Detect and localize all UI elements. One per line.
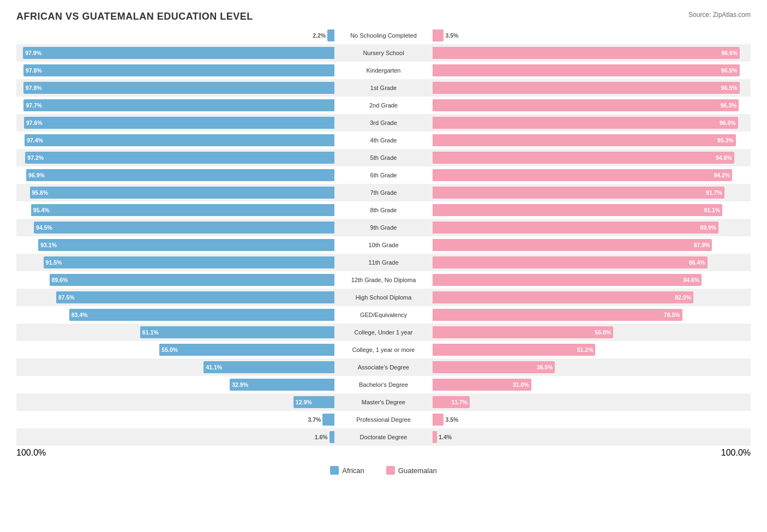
blue-bar-container: 94.5% — [16, 222, 334, 234]
right-half: 94.2% — [433, 166, 751, 184]
center-label: 5th Grade — [334, 154, 433, 161]
blue-bar-container: 97.9% — [16, 47, 334, 59]
pink-bar-container: 94.2% — [433, 169, 751, 181]
guatemalan-value-outside: 3.5% — [445, 32, 458, 39]
legend: African Guatemalan — [16, 466, 751, 475]
chart-row: 97.8% Kindergarten 96.5% — [16, 62, 751, 79]
guatemalan-value-outside: 1.4% — [439, 434, 452, 440]
blue-bar: 61.1% — [140, 326, 334, 338]
right-half: 96.3% — [433, 97, 751, 114]
blue-bar-container: 91.5% — [16, 256, 334, 268]
blue-bar-container: 97.8% — [16, 82, 334, 94]
center-label: 7th Grade — [334, 189, 433, 196]
chart-row: 12.9% Master's Degree 11.7% — [16, 393, 751, 411]
pink-bar-container: 3.5% — [433, 414, 751, 426]
african-value-inside: 95.8% — [32, 189, 49, 196]
pink-bar-container: 56.8% — [433, 326, 751, 338]
right-half: 96.5% — [433, 79, 751, 97]
left-half: 41.1% — [16, 358, 334, 376]
guatemalan-value-inside: 31.0% — [513, 381, 529, 388]
pink-bar: 56.8% — [433, 326, 613, 338]
right-half: 96.6% — [433, 44, 751, 62]
blue-bar-container: 97.4% — [16, 134, 334, 146]
blue-bar: 91.5% — [44, 256, 334, 268]
pink-bar: 91.1% — [433, 204, 722, 216]
left-half: 55.0% — [16, 341, 334, 358]
blue-bar-container: 95.4% — [16, 204, 334, 216]
chart-row: 41.1% Associate's Degree 38.5% — [16, 358, 751, 376]
center-label: Professional Degree — [334, 416, 433, 423]
left-half: 32.9% — [16, 376, 334, 393]
blue-bar-container: 2.2% — [16, 29, 334, 41]
pink-bar: 51.2% — [433, 344, 595, 356]
blue-bar-container: 96.9% — [16, 169, 334, 181]
african-value-inside: 32.9% — [232, 381, 248, 388]
blue-bar-container: 97.6% — [16, 117, 334, 129]
guatemalan-value-inside: 91.7% — [706, 189, 722, 196]
right-half: 1.4% — [433, 428, 751, 446]
legend-guatemalan: Guatemalan — [386, 466, 437, 475]
chart-body: 2.2% No Schooling Completed 3.5% 97.9% — [16, 27, 751, 446]
guatemalan-value-inside: 86.4% — [689, 259, 705, 266]
right-half: 3.5% — [433, 411, 751, 428]
guatemalan-value-inside: 95.3% — [717, 137, 734, 144]
pink-bar: 89.9% — [433, 222, 718, 234]
pink-bar-container: 87.9% — [433, 239, 751, 251]
blue-bar-container: 1.6% — [16, 431, 334, 443]
blue-bar: 97.8% — [23, 64, 334, 76]
african-value-inside: 41.1% — [206, 364, 222, 370]
pink-bar: 94.2% — [433, 169, 732, 181]
african-value-outside: 2.2% — [313, 32, 326, 39]
right-half: 38.5% — [433, 358, 751, 376]
pink-bar-container: 96.6% — [433, 47, 751, 59]
african-value-inside: 97.6% — [26, 119, 43, 126]
african-value-inside: 97.9% — [25, 50, 41, 56]
pink-bar: 82.0% — [433, 291, 693, 303]
right-half: 96.5% — [433, 62, 751, 79]
chart-row: 94.5% 9th Grade 89.9% — [16, 219, 751, 236]
chart-row: 61.1% College, Under 1 year 56.8% — [16, 324, 751, 341]
pink-bar: 31.0% — [433, 379, 531, 391]
blue-bar-container: 93.1% — [16, 239, 334, 251]
blue-bar-container: 97.2% — [16, 152, 334, 164]
right-half: 78.5% — [433, 306, 751, 324]
right-half: 31.0% — [433, 376, 751, 393]
blue-bar: 89.6% — [50, 274, 334, 286]
pink-bar: 94.8% — [433, 152, 734, 164]
chart-row: 97.8% 1st Grade 96.5% — [16, 79, 751, 97]
blue-bar: 41.1% — [203, 361, 334, 373]
blue-bar: 12.9% — [293, 396, 334, 408]
chart-row: 97.6% 3rd Grade 96.0% — [16, 114, 751, 131]
blue-bar: 95.4% — [31, 204, 334, 216]
blue-bar: 95.8% — [30, 187, 335, 199]
pink-bar: 96.6% — [433, 47, 740, 59]
african-value-outside: 3.7% — [308, 416, 321, 423]
right-half: 96.0% — [433, 114, 751, 131]
guatemalan-value-inside: 96.3% — [721, 102, 737, 109]
x-label-right: 100.0% — [721, 448, 751, 458]
african-value-inside: 97.4% — [27, 137, 43, 144]
blue-bar-container: 89.6% — [16, 274, 334, 286]
legend-box-guatemalan — [386, 466, 395, 475]
blue-bar: 93.1% — [38, 239, 334, 251]
left-half: 97.6% — [16, 114, 334, 131]
blue-bar: 55.0% — [159, 344, 334, 356]
right-half: 51.2% — [433, 341, 751, 358]
right-half: 84.6% — [433, 271, 751, 289]
blue-bar: 97.6% — [24, 117, 334, 129]
pink-bar-container: 86.4% — [433, 256, 751, 268]
pink-bar: 11.7% — [433, 396, 470, 408]
blue-bar: 97.9% — [23, 47, 334, 59]
center-label: Bachelor's Degree — [334, 381, 433, 388]
african-value-inside: 91.5% — [46, 259, 62, 266]
blue-bar: 97.7% — [23, 99, 334, 111]
chart-row: 89.6% 12th Grade, No Diploma 84.6% — [16, 271, 751, 289]
source-text: Source: ZipAtlas.com — [688, 11, 751, 19]
pink-bar-container: 11.7% — [433, 396, 751, 408]
blue-bar — [329, 431, 334, 443]
left-half: 95.4% — [16, 201, 334, 219]
left-half: 87.5% — [16, 289, 334, 306]
blue-bar: 83.4% — [69, 309, 334, 321]
guatemalan-value-inside: 96.5% — [721, 67, 738, 74]
blue-bar: 97.4% — [25, 134, 334, 146]
